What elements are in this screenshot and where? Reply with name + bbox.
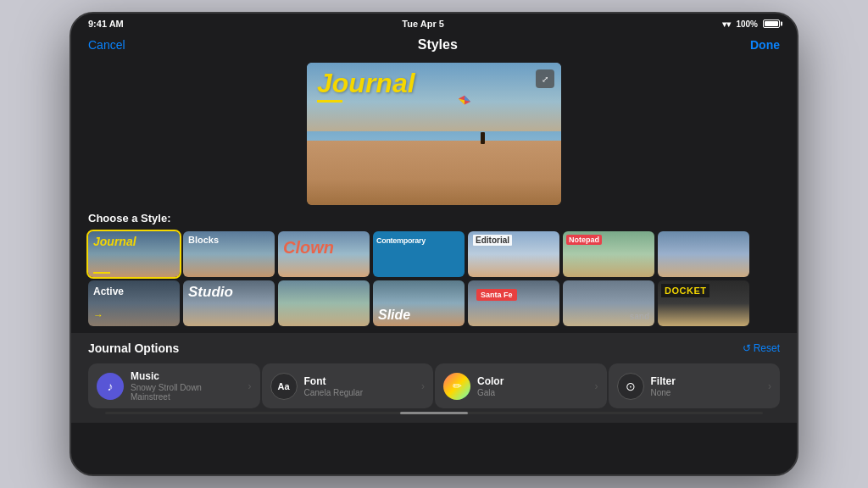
style-label-santafe: Santa Fe	[476, 289, 517, 301]
option-filter-value: None	[651, 388, 762, 397]
journal-underline	[93, 272, 110, 274]
options-title: Journal Options	[88, 341, 179, 355]
styles-section: Choose a Style: Journal Blocks Clown Con…	[71, 212, 797, 333]
style-thumb-blocks[interactable]: Blocks	[183, 231, 275, 277]
style-label-slide: Slide	[378, 308, 410, 323]
done-button[interactable]: Done	[750, 38, 780, 52]
style-grid: Journal Blocks Clown Contemporary Editor…	[88, 231, 780, 326]
expand-button[interactable]: ⤢	[536, 69, 554, 88]
style-thumb-editorial[interactable]: Editorial	[468, 231, 559, 277]
style-label-sand: sand	[630, 312, 649, 321]
style-label-journal: Journal	[93, 235, 136, 248]
scroll-bar	[400, 412, 468, 414]
scroll-indicator	[105, 412, 763, 414]
style-thumb-journal[interactable]: Journal	[88, 231, 180, 277]
preview-area: Journal ⤢	[71, 59, 797, 212]
option-filter-label: Filter	[651, 375, 762, 387]
color-chevron-icon: ›	[595, 380, 598, 392]
preview-text-overlay: Journal	[317, 69, 415, 103]
option-color-value: Gala	[477, 388, 588, 397]
options-row: ♪ Music Snowy Stroll Down Mainstreet › A…	[88, 363, 780, 408]
font-icon-circle: Aa	[270, 373, 298, 400]
style-thumb-active[interactable]: Active →	[88, 280, 180, 326]
status-date: Tue Apr 5	[402, 19, 444, 29]
reset-icon: ↺	[743, 342, 751, 354]
battery-label: 100%	[736, 19, 758, 29]
option-font[interactable]: Aa Font Canela Regular ›	[262, 363, 434, 408]
reset-label: Reset	[754, 342, 780, 354]
font-icon: Aa	[277, 381, 289, 391]
style-label-blocks: Blocks	[188, 235, 219, 245]
kite-icon	[457, 94, 472, 109]
option-music-label: Music	[131, 370, 242, 382]
option-music-value: Snowy Stroll Down Mainstreet	[131, 383, 242, 402]
music-chevron-icon: ›	[248, 380, 252, 392]
styles-section-label: Choose a Style:	[88, 212, 780, 225]
option-filter[interactable]: ⊙ Filter None ›	[609, 363, 781, 408]
page-title: Styles	[418, 37, 458, 53]
style-thumb-santafe[interactable]: Santa Fe	[468, 280, 559, 326]
option-font-value: Canela Regular	[304, 388, 415, 397]
status-bar: 9:41 AM Tue Apr 5 ▾▾ 100%	[71, 14, 797, 34]
style-thumb-clown[interactable]: Clown	[278, 231, 370, 277]
style-thumb-sand[interactable]: sand	[563, 280, 654, 326]
style-thumb-blank[interactable]	[278, 280, 370, 326]
option-color[interactable]: ✏ Color Gala ›	[435, 363, 607, 408]
style-thumb-slide[interactable]: Slide	[373, 280, 465, 326]
font-chevron-icon: ›	[421, 380, 425, 392]
music-icon: ♪	[108, 380, 114, 393]
color-icon: ✏	[453, 380, 462, 392]
option-filter-text: Filter None	[651, 375, 762, 397]
style-row-2: Active → Studio Slide Santa Fe sand	[88, 280, 780, 326]
style-thumb-notepad[interactable]: Notepad	[563, 231, 654, 277]
options-header: Journal Options ↺ Reset	[88, 341, 780, 355]
person-silhouette	[481, 132, 485, 144]
option-font-label: Font	[304, 375, 415, 387]
style-row-1: Journal Blocks Clown Contemporary Editor…	[88, 231, 780, 277]
option-music-text: Music Snowy Stroll Down Mainstreet	[131, 370, 242, 402]
music-icon-circle: ♪	[97, 373, 124, 400]
status-time: 9:41 AM	[88, 19, 124, 29]
preview-container: Journal ⤢	[307, 63, 561, 205]
style-label-notepad: Notepad	[566, 235, 602, 245]
style-label-studio: Studio	[188, 284, 233, 301]
preview-underline	[317, 100, 342, 103]
style-thumb-extra[interactable]	[658, 231, 749, 277]
style-label-docket: DOCKET	[661, 284, 709, 297]
reset-button[interactable]: ↺ Reset	[743, 342, 780, 354]
option-color-label: Color	[477, 375, 588, 387]
nav-bar: Cancel Styles Done	[71, 34, 797, 59]
preview-beach	[307, 141, 561, 205]
style-thumb-docket[interactable]: DOCKET	[658, 280, 749, 326]
cancel-button[interactable]: Cancel	[88, 38, 125, 52]
filter-chevron-icon: ›	[768, 380, 771, 392]
filter-icon-circle: ⊙	[617, 373, 644, 400]
options-section: Journal Options ↺ Reset ♪ Music Snowy St…	[71, 333, 797, 423]
style-label-active: Active	[93, 286, 124, 297]
ipad-frame: 9:41 AM Tue Apr 5 ▾▾ 100% Cancel Styles …	[70, 12, 798, 476]
style-label-contemporary: Contemporary	[376, 236, 426, 245]
wifi-icon: ▾▾	[722, 19, 731, 29]
preview-title: Journal	[317, 69, 415, 97]
color-icon-circle: ✏	[443, 373, 470, 400]
style-thumb-contemporary[interactable]: Contemporary	[373, 231, 465, 277]
battery-indicator	[763, 19, 780, 28]
option-music[interactable]: ♪ Music Snowy Stroll Down Mainstreet ›	[88, 363, 260, 408]
option-font-text: Font Canela Regular	[304, 375, 415, 397]
style-active-arrow: →	[93, 309, 103, 321]
style-label-clown: Clown	[283, 238, 334, 258]
style-label-editorial: Editorial	[473, 235, 512, 246]
style-thumb-studio[interactable]: Studio	[183, 280, 275, 326]
expand-icon: ⤢	[542, 75, 548, 84]
filter-icon: ⊙	[626, 380, 636, 393]
option-color-text: Color Gala	[477, 375, 588, 397]
